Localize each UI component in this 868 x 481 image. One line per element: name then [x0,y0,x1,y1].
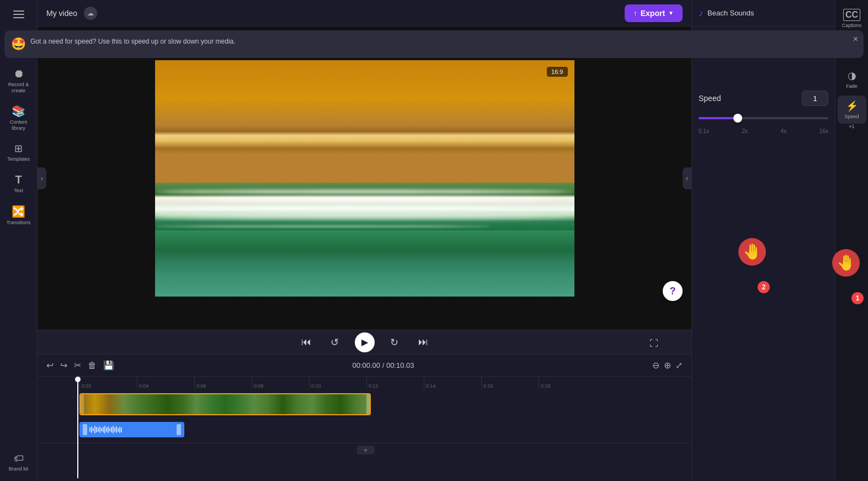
timeline-time-display: 00:00.00 / 00:10.03 [352,361,414,369]
cursor-2-badge: 2 [758,281,770,293]
zoom-out-button[interactable]: ⊖ [652,360,659,371]
audio-track-row [40,421,691,443]
cut-button[interactable]: ✂ [74,360,81,371]
waveform-bar [91,426,92,433]
speed-tooltip: 🤩 Got a need for speed? Use this to spee… [4,30,864,58]
sidebar-item-label-record-create: Record &create [8,82,29,94]
waveform-bar [108,426,109,433]
export-label: Export [641,9,665,18]
sidebar-item-label-content-library: Contentlibrary [10,119,28,131]
sidebar: 🎬 Your media ⏺ Record &create 📚 Contentl… [0,0,38,481]
tooltip-emoji: 🤩 [11,37,26,51]
far-right-speed[interactable]: ⚡ Speed [838,96,866,124]
wave-overlay [155,60,574,297]
zoom-in-button[interactable]: ⊕ [664,360,671,371]
captions-icon: CC [843,9,860,21]
waveform-bar [93,428,94,431]
sidebar-item-templates[interactable]: ⊞ Templates [2,138,35,167]
playhead[interactable] [77,379,78,478]
fade-icon: ◑ [848,70,856,82]
captions-label: Captions [842,23,862,28]
export-icon: ↑ [633,9,637,18]
speed-icon: ⚡ [846,100,858,112]
sidebar-item-content-library[interactable]: 📚 Contentlibrary [2,100,35,136]
speed-nav-label: Speed [844,114,859,119]
far-right-panel: 🤚 1 CC Captions 🔊 Audio ◑ Fade ⚡ Speed ×… [835,0,868,481]
sidebar-item-transitions[interactable]: 🔀 Transitions [2,200,35,230]
video-track-handle-left[interactable] [81,394,84,414]
speed-mark-0-1x: 0.1x [699,128,709,134]
project-title: My video [46,9,77,18]
ruler-mark-8: 0:18 [539,377,596,390]
speed-current-value: ×1 [849,124,854,129]
sidebar-item-label-brand-kit: Brand kit [9,466,29,472]
speed-label: Speed [699,94,721,103]
timeline-ruler: 0:02 0:04 0:06 0:08 0:10 0:12 0:14 0:16 … [38,377,691,390]
brand-kit-icon: 🏷 [14,453,24,464]
skip-end-button[interactable]: ⏭ [414,334,432,351]
undo-button[interactable]: ↩ [46,360,54,371]
save-button[interactable]: 💾 [103,360,114,371]
fast-forward-button[interactable]: ↻ [386,334,403,351]
video-track[interactable] [79,393,371,415]
sidebar-item-brand-kit[interactable]: 🏷 Brand kit [2,448,35,477]
main-area: My video ☁ ↑ Export ▼ › [38,0,691,481]
waveform-bar [101,428,102,431]
music-title: Beach Sounds [707,9,754,17]
transitions-icon: 🔀 [12,205,25,218]
ruler-mark-7: 0:16 [481,377,539,390]
expand-icon: ▼ [357,446,375,454]
export-button[interactable]: ↑ Export ▼ [625,4,683,22]
templates-icon: ⊞ [14,142,23,155]
waveform-bar [113,426,114,434]
far-right-captions[interactable]: CC Captions [838,4,866,33]
timeline-section: ↩ ↪ ✂ 🗑 💾 00:00.00 / 00:10.03 ⊖ ⊕ ⤢ 0:02… [38,354,691,481]
tooltip-text: Got a need for speed? Use this to speed … [30,37,857,51]
timeline-expand-button[interactable]: ▼ [40,443,691,457]
ruler-mark-0: 0:02 [79,377,137,390]
play-button[interactable]: ▶ [355,332,375,352]
music-note-icon: ♪ [699,8,703,18]
text-icon: T [15,173,22,186]
video-track-handle-right[interactable] [366,394,370,414]
zoom-controls: ⊖ ⊕ ⤢ [652,360,683,371]
music-info-bar: ♪ Beach Sounds [692,0,835,27]
speed-marks: 0.1x 2x 4x 16x [699,128,828,134]
cursor-1-badge: 1 [851,292,864,304]
sidebar-item-label-templates: Templates [7,156,30,162]
tooltip-close-button[interactable]: × [853,35,858,44]
waveform-bar [121,427,122,432]
waveform-bar [118,428,119,432]
redo-button[interactable]: ↪ [60,360,67,371]
far-right-fade[interactable]: ◑ Fade [838,65,866,93]
sidebar-item-record-create[interactable]: ⏺ Record &create [2,63,35,98]
audio-handle-right[interactable] [177,424,181,435]
ruler-mark-5: 0:12 [366,377,424,390]
audio-handle-left[interactable] [83,424,87,435]
skip-start-button[interactable]: ⏮ [297,334,315,351]
speed-mark-4x: 4x [781,128,787,134]
waveform-bar [96,427,97,432]
sidebar-item-text[interactable]: T Text [2,169,35,198]
waveform-bar [119,427,120,433]
cloud-save-icon[interactable]: ☁ [84,7,97,20]
speed-track[interactable] [699,117,828,119]
rewind-button[interactable]: ↺ [326,334,344,351]
speed-thumb[interactable] [733,114,742,123]
waveform-bar [89,427,90,432]
right-collapse-arrow[interactable]: ‹ [683,167,691,189]
audio-track[interactable] [79,422,184,437]
hamburger-line-2 [13,14,24,15]
fit-button[interactable]: ⤢ [675,360,683,371]
help-button[interactable]: ? [663,281,683,301]
speed-header: Speed [699,91,828,106]
waveform-bar [99,426,100,433]
right-panel-wrapper: ♪ Beach Sounds 🤩 Got a need for speed? U… [691,0,868,481]
cursor-hand-2-container: 🤚 2 [730,238,774,293]
left-collapse-arrow[interactable]: › [38,167,46,189]
delete-button[interactable]: 🗑 [88,361,97,371]
speed-value-input[interactable] [802,91,828,106]
video-frame: 16:9 [155,60,574,297]
hamburger-menu[interactable] [2,4,35,24]
fullscreen-button[interactable]: ⛶ [649,339,658,348]
